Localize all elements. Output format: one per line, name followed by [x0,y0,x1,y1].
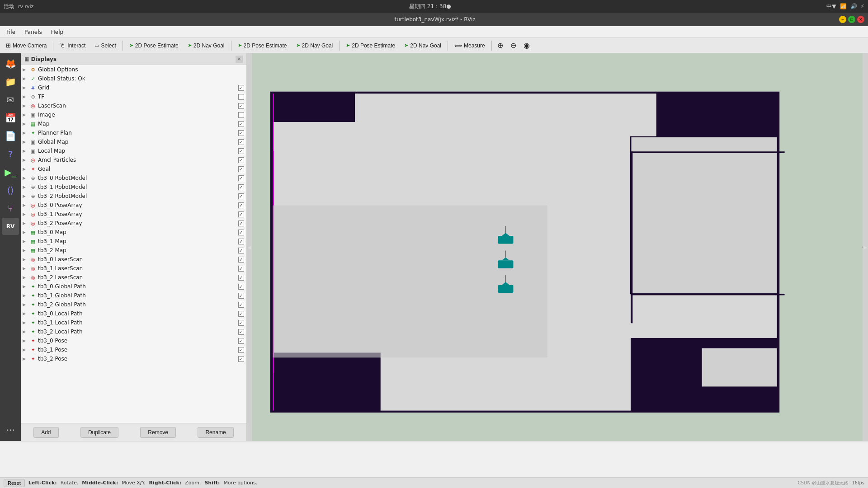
item-checkbox[interactable] [237,238,245,245]
display-item[interactable]: ▶◎tb3_1 LaserScan [21,264,246,273]
display-item[interactable]: ▶▦tb3_0 Map [21,228,246,237]
expander-icon[interactable]: ▶ [23,149,28,153]
sidebar-icon-docs[interactable]: 📄 [2,127,19,145]
checkbox-indicator[interactable] [238,202,244,208]
reset-button[interactable]: Reset [4,479,25,487]
checkbox-indicator[interactable] [238,248,244,253]
menu-panels[interactable]: Panels [20,28,47,36]
expander-icon[interactable]: ▶ [23,203,28,207]
item-checkbox[interactable] [237,283,245,290]
expander-icon[interactable]: ▶ [23,257,28,262]
display-item[interactable]: ▶⊕tb3_0 RobotModel [21,174,246,183]
display-item[interactable]: ▶◎tb3_1 PoseArray [21,210,246,219]
item-checkbox[interactable] [237,111,245,118]
expander-icon[interactable]: ▶ [23,320,28,325]
checkbox-indicator[interactable] [238,139,244,145]
display-item[interactable]: ▶◎Amcl Particles [21,155,246,164]
expander-icon[interactable]: ▶ [23,94,28,99]
checkbox-indicator[interactable] [238,112,244,118]
item-checkbox[interactable] [237,256,245,263]
display-item[interactable]: ▶✦Planner Plan [21,128,246,137]
item-checkbox[interactable] [237,202,245,209]
display-item[interactable]: ▶▦tb3_2 Map [21,246,246,255]
expander-icon[interactable]: ▶ [23,76,28,81]
sidebar-icon-apps[interactable]: ⋯ [2,421,19,438]
expander-icon[interactable]: ▶ [23,221,28,225]
display-item[interactable]: ▶⊕TF [21,92,246,101]
checkbox-indicator[interactable] [238,221,244,226]
display-item[interactable]: ▶✦tb3_1 Local Path [21,318,246,327]
expander-icon[interactable]: ▶ [23,302,28,307]
zoom-in-button[interactable]: ⊕ [494,40,506,51]
display-item[interactable]: ▶▣Global Map [21,137,246,146]
rename-button[interactable]: Rename [198,427,233,438]
item-checkbox[interactable] [237,174,245,182]
checkbox-indicator[interactable] [238,329,244,335]
checkbox-indicator[interactable] [238,148,244,154]
item-checkbox[interactable] [237,265,245,272]
item-checkbox[interactable] [237,138,245,145]
display-item[interactable]: ▶◎LaserScan [21,101,246,110]
add-button[interactable]: Add [33,427,58,438]
checkbox-indicator[interactable] [238,175,244,181]
close-button[interactable]: ✕ [857,16,864,23]
display-item[interactable]: ▶✦tb3_2 Local Path [21,327,246,336]
display-item[interactable]: ▶✦tb3_0 Global Path [21,282,246,291]
checkbox-indicator[interactable] [238,275,244,281]
select-button[interactable]: ▭ Select [90,41,120,51]
checkbox-indicator[interactable] [238,257,244,263]
item-checkbox[interactable] [237,355,245,362]
item-checkbox[interactable] [237,120,245,127]
expander-icon[interactable]: ▶ [23,275,28,280]
display-item[interactable]: ▶✦tb3_0 Local Path [21,309,246,318]
checkbox-indicator[interactable] [238,230,244,235]
checkbox-indicator[interactable] [238,121,244,127]
item-checkbox[interactable] [237,93,245,100]
interact-button[interactable]: 🖱 Interact [56,40,90,51]
display-item[interactable]: ▶◎tb3_2 PoseArray [21,219,246,228]
maximize-button[interactable]: □ [848,16,855,23]
expander-icon[interactable]: ▶ [23,293,28,298]
display-item[interactable]: ▶⚙Global Options [21,65,246,74]
sidebar-icon-terminal[interactable]: ▶_ [2,164,19,181]
display-item[interactable]: ▶✦tb3_1 Pose [21,345,246,354]
display-item[interactable]: ▶⊕tb3_1 RobotModel [21,183,246,192]
expander-icon[interactable]: ▶ [23,239,28,244]
expander-icon[interactable]: ▶ [23,347,28,352]
display-item[interactable]: ▶✓Global Status: Ok [21,74,246,83]
checkbox-indicator[interactable] [238,130,244,136]
item-checkbox[interactable] [237,75,245,82]
checkbox-indicator[interactable] [238,85,244,91]
item-checkbox[interactable] [237,220,245,227]
pose-estimate-3-button[interactable]: ➤ 2D Pose Estimate [342,41,399,51]
sidebar-icon-git[interactable]: ⑂ [2,200,19,217]
expander-icon[interactable]: ▶ [23,194,28,198]
expander-icon[interactable]: ▶ [23,248,28,253]
expander-icon[interactable]: ▶ [23,176,28,180]
checkbox-indicator[interactable] [238,311,244,317]
menu-file[interactable]: File [2,28,20,36]
item-checkbox[interactable] [237,147,245,155]
checkbox-indicator[interactable] [238,166,244,172]
checkbox-indicator[interactable] [238,293,244,299]
expander-icon[interactable]: ▶ [23,122,28,126]
item-checkbox[interactable] [237,337,245,344]
display-item[interactable]: ▶✦tb3_1 Global Path [21,291,246,300]
checkbox-indicator[interactable] [238,302,244,308]
expander-icon[interactable]: ▶ [23,158,28,162]
nav-goal-1-button[interactable]: ➤ 2D Nav Goal [184,41,229,51]
display-item[interactable]: ▶◎tb3_2 LaserScan [21,273,246,282]
item-checkbox[interactable] [237,319,245,326]
display-item[interactable]: ▶▣Image [21,110,246,119]
sidebar-icon-email[interactable]: ✉ [2,91,19,108]
item-checkbox[interactable] [237,229,245,236]
sidebar-icon-help[interactable]: ? [2,145,19,163]
expander-icon[interactable]: ▶ [23,131,28,135]
checkbox-indicator[interactable] [238,211,244,217]
display-item[interactable]: ▶▦Map [21,119,246,128]
expander-icon[interactable]: ▶ [23,266,28,271]
menu-help[interactable]: Help [47,28,68,36]
checkbox-indicator[interactable] [238,320,244,326]
item-checkbox[interactable] [237,165,245,173]
nav-goal-3-button[interactable]: ➤ 2D Nav Goal [400,41,445,51]
